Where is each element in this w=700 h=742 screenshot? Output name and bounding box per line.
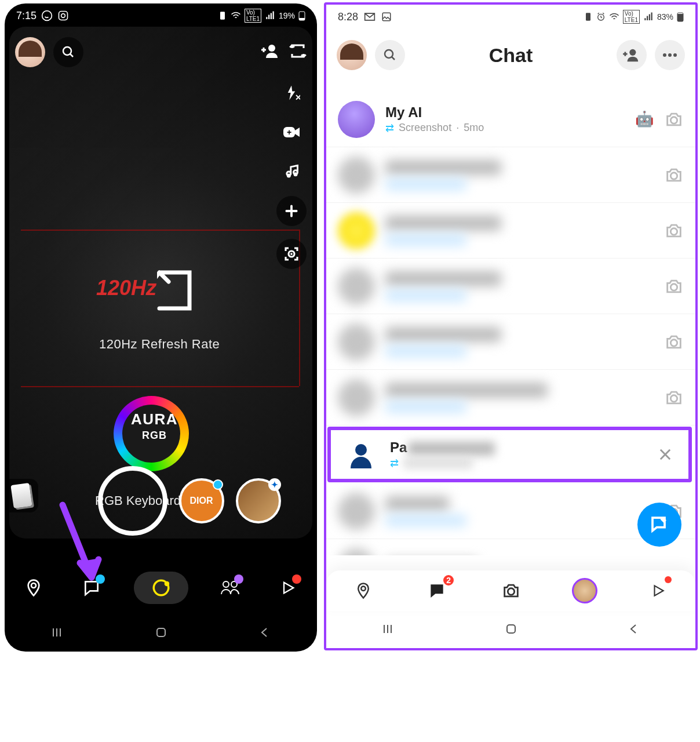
overlay-aura: AURARGB	[131, 410, 178, 442]
nav-stories[interactable]	[570, 576, 599, 605]
battery-icon	[677, 12, 684, 22]
overlay-hz: 120Hz	[96, 276, 156, 300]
wifi-icon	[609, 12, 619, 22]
chat-item-blurred[interactable]	[326, 147, 695, 203]
svg-point-26	[385, 50, 393, 58]
svg-point-17	[164, 581, 169, 587]
whatsapp-icon	[41, 10, 53, 21]
android-recents[interactable]	[381, 622, 395, 636]
stories-badge	[234, 574, 243, 584]
nav-spotlight[interactable]	[644, 576, 673, 605]
new-chat-fab[interactable]	[637, 503, 681, 547]
signal-icon	[643, 12, 654, 22]
camera-icon[interactable]	[664, 221, 684, 241]
svg-rect-25	[677, 14, 683, 21]
svg-point-0	[42, 11, 52, 21]
camera-icon[interactable]	[664, 332, 684, 352]
search-icon	[61, 45, 75, 59]
search-icon	[383, 48, 397, 62]
android-home[interactable]	[504, 622, 518, 636]
search-button[interactable]	[53, 37, 83, 67]
overlay-refresh: 120Hz Refresh Rate	[99, 337, 220, 352]
bottom-nav-right: 2	[326, 570, 695, 611]
camera-tools: ✕ +	[276, 78, 307, 269]
chat-item-blurred[interactable]	[326, 539, 695, 555]
scan-button[interactable]	[276, 239, 307, 269]
nav-spotlight[interactable]	[272, 572, 304, 603]
svg-point-32	[670, 172, 677, 179]
add-friend-button[interactable]	[261, 43, 280, 61]
svg-point-18	[223, 581, 229, 587]
svg-point-41	[508, 588, 514, 595]
svg-point-36	[670, 395, 677, 401]
status-bar-right: 8:28 Vo)LTE1 83%	[326, 5, 695, 29]
camera-viewfinder[interactable]: 120Hz 120Hz Refresh Rate AURARGB RGB Key…	[9, 27, 312, 539]
chat-avatar	[338, 323, 375, 361]
android-home[interactable]	[154, 625, 168, 639]
android-recents[interactable]	[50, 625, 64, 639]
map-pin-icon	[355, 582, 372, 599]
stories-ring-icon	[572, 578, 597, 603]
android-back[interactable]	[258, 625, 272, 639]
battery-save-icon	[218, 11, 227, 20]
search-button[interactable]	[375, 40, 405, 70]
chat-item-blurred[interactable]	[326, 370, 695, 425]
chat-avatar	[338, 268, 375, 305]
chat-item-my-ai[interactable]: My AI ⇄ Screenshot · 5mo 🤖	[326, 92, 695, 147]
close-icon[interactable]	[657, 446, 673, 463]
play-icon	[651, 583, 666, 599]
profile-avatar[interactable]	[337, 40, 367, 70]
video-button[interactable]: +	[276, 117, 307, 147]
camera-icon[interactable]	[664, 110, 684, 129]
camera-icon[interactable]	[664, 277, 684, 296]
nav-map[interactable]	[349, 576, 378, 605]
chat-item-blurred[interactable]	[326, 259, 695, 314]
capture-button[interactable]	[98, 466, 167, 536]
android-nav-right	[326, 614, 695, 643]
camera-icon[interactable]	[664, 388, 684, 408]
volte-icon: Vo)LTE1	[245, 9, 261, 23]
chat-avatar	[338, 493, 375, 530]
add-friend-icon	[261, 43, 280, 59]
android-back[interactable]	[627, 622, 641, 636]
svg-point-40	[361, 587, 366, 591]
flash-off-icon: ✕	[283, 84, 300, 101]
svg-rect-5	[299, 18, 305, 20]
nav-camera[interactable]	[497, 576, 526, 605]
lens-star-icon: ✦	[268, 478, 281, 491]
svg-point-11	[287, 174, 291, 178]
profile-avatar[interactable]	[15, 37, 45, 67]
music-button[interactable]	[276, 157, 307, 187]
more-button[interactable]	[655, 40, 685, 70]
camera-icon[interactable]	[664, 165, 684, 185]
chat-avatar	[342, 436, 380, 473]
spotlight-badge	[292, 574, 301, 584]
camera-screen: 120Hz 120Hz Refresh Rate AURARGB RGB Key…	[5, 3, 317, 652]
lens-face[interactable]: ✦	[236, 478, 281, 523]
chat-item-blurred[interactable]	[326, 314, 695, 370]
nav-stories[interactable]	[214, 572, 246, 603]
svg-point-34	[670, 283, 677, 290]
map-pin-icon	[24, 579, 43, 597]
add-friend-button[interactable]	[617, 40, 647, 70]
volte-icon: Vo)LTE1	[623, 10, 640, 24]
chat-list[interactable]: My AI ⇄ Screenshot · 5mo 🤖 Pa	[326, 92, 695, 555]
screenshot-icon: ⇄	[390, 457, 399, 470]
nav-chat-active[interactable]: 2	[422, 576, 451, 605]
flash-button[interactable]: ✕	[276, 78, 307, 108]
svg-point-6	[63, 47, 71, 55]
chat-avatar	[338, 212, 375, 249]
svg-rect-20	[157, 628, 165, 636]
spotlight-badge	[665, 576, 672, 583]
flip-camera-button[interactable]	[289, 42, 307, 62]
svg-point-28	[663, 53, 666, 57]
nav-camera[interactable]	[134, 572, 188, 604]
more-tools-button[interactable]	[276, 196, 307, 226]
chat-avatar	[338, 157, 375, 194]
flip-camera-icon	[289, 42, 307, 60]
chat-item-highlighted[interactable]: Pa ⇄	[327, 427, 692, 482]
camera-top-row	[15, 37, 307, 67]
lens-dior[interactable]: DIOR	[179, 478, 224, 523]
nav-map[interactable]	[18, 572, 49, 603]
chat-item-blurred[interactable]	[326, 203, 695, 259]
